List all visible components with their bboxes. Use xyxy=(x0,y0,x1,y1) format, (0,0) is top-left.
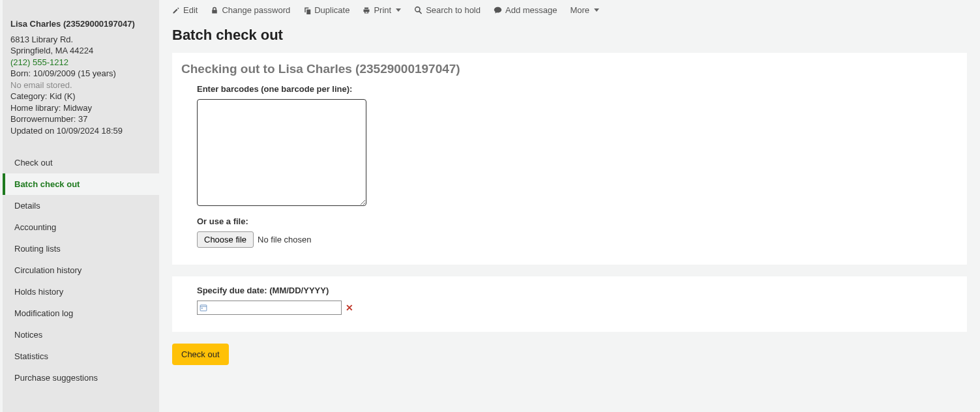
add-message-button[interactable]: Add message xyxy=(494,5,557,15)
nav-statistics[interactable]: Statistics xyxy=(3,346,159,367)
patron-born: Born: 10/09/2009 (15 years) xyxy=(10,68,151,80)
more-label: More xyxy=(570,5,589,15)
page-title: Batch check out xyxy=(172,27,967,44)
checking-out-heading: Checking out to Lisa Charles (2352900019… xyxy=(181,62,943,76)
more-menu[interactable]: More xyxy=(570,5,599,15)
pencil-icon xyxy=(172,7,180,14)
no-file-text: No file chosen xyxy=(258,235,311,244)
svg-rect-0 xyxy=(200,305,207,311)
due-date-panel: Specify due date: (MM/DD/YYYY) ✕ xyxy=(172,276,967,332)
printer-icon xyxy=(363,7,370,14)
speech-bubble-icon xyxy=(494,6,502,14)
nav-notices[interactable]: Notices xyxy=(3,324,159,346)
chevron-down-icon xyxy=(594,8,599,12)
nav-details[interactable]: Details xyxy=(3,195,159,216)
nav-holds-history[interactable]: Holds history xyxy=(3,281,159,302)
search-icon xyxy=(414,6,423,14)
nav-purchase-suggestions[interactable]: Purchase suggestions xyxy=(3,367,159,389)
patron-category: Category: Kid (K) xyxy=(10,91,151,102)
print-label: Print xyxy=(374,5,391,15)
barcodes-label: Enter barcodes (one barcode per line): xyxy=(197,84,943,94)
due-date-field-wrap[interactable] xyxy=(197,301,342,315)
chevron-down-icon xyxy=(396,8,401,12)
patron-address-1: 6813 Library Rd. xyxy=(10,34,151,46)
due-date-input[interactable] xyxy=(209,301,341,314)
or-use-file-label: Or use a file: xyxy=(197,216,943,226)
add-message-label: Add message xyxy=(505,5,557,15)
nav-circulation-history[interactable]: Circulation history xyxy=(3,259,159,281)
print-menu[interactable]: Print xyxy=(363,5,401,15)
patron-borrower-number: Borrowernumber: 37 xyxy=(10,113,151,125)
patron-name: Lisa Charles (23529000197047) xyxy=(10,18,151,30)
search-to-hold-label: Search to hold xyxy=(426,5,481,15)
barcode-panel: Checking out to Lisa Charles (2352900019… xyxy=(172,53,967,265)
calendar-icon xyxy=(198,304,209,312)
patron-home-library: Home library: Midway xyxy=(10,102,151,114)
edit-button[interactable]: Edit xyxy=(172,5,198,15)
due-date-label: Specify due date: (MM/DD/YYYY) xyxy=(197,286,943,295)
patron-nav: Check out Batch check out Details Accoun… xyxy=(3,152,159,389)
edit-label: Edit xyxy=(183,5,198,15)
checkout-submit-button[interactable]: Check out xyxy=(172,344,229,365)
patron-phone-link[interactable]: (212) 555-1212 xyxy=(10,57,68,67)
nav-routing-lists[interactable]: Routing lists xyxy=(3,238,159,259)
main-content: Edit Change password Duplicate Print xyxy=(159,0,980,412)
svg-rect-2 xyxy=(201,308,203,309)
choose-file-button[interactable]: Choose file xyxy=(197,231,254,248)
copy-icon xyxy=(303,7,311,14)
change-password-label: Change password xyxy=(222,5,290,15)
patron-sidebar: Lisa Charles (23529000197047) 6813 Libra… xyxy=(3,0,159,412)
clear-date-button[interactable]: ✕ xyxy=(346,302,353,313)
barcodes-textarea[interactable] xyxy=(197,99,366,206)
patron-summary: Lisa Charles (23529000197047) 6813 Libra… xyxy=(3,18,159,148)
duplicate-button[interactable]: Duplicate xyxy=(303,5,349,15)
search-to-hold-button[interactable]: Search to hold xyxy=(414,5,481,15)
patron-email: No email stored. xyxy=(10,80,151,91)
nav-accounting[interactable]: Accounting xyxy=(3,216,159,238)
nav-modification-log[interactable]: Modification log xyxy=(3,302,159,324)
lock-icon xyxy=(211,7,218,14)
nav-batch-checkout[interactable]: Batch check out xyxy=(3,173,159,195)
patron-address-2: Springfield, MA 44224 xyxy=(10,45,151,57)
nav-checkout[interactable]: Check out xyxy=(3,152,159,173)
action-toolbar: Edit Change password Duplicate Print xyxy=(172,0,967,22)
patron-updated: Updated on 10/09/2024 18:59 xyxy=(10,125,151,137)
change-password-button[interactable]: Change password xyxy=(211,5,290,15)
duplicate-label: Duplicate xyxy=(314,5,349,15)
